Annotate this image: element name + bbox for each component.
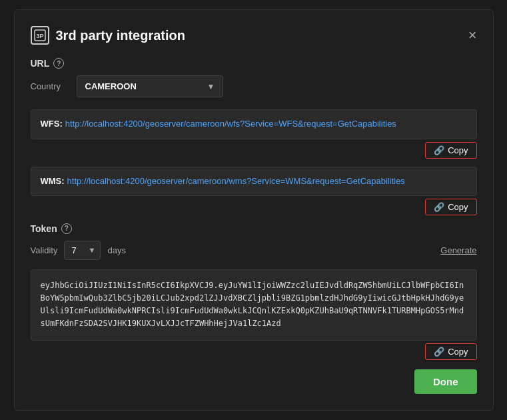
- wfs-copy-link-icon: 🔗: [434, 145, 444, 155]
- validity-label: Validity: [31, 245, 58, 255]
- url-help-icon[interactable]: ?: [53, 58, 64, 69]
- modal-overlay: 3P 3rd party integration × URL ? Country…: [0, 0, 507, 420]
- modal-container: 3P 3rd party integration × URL ? Country…: [14, 9, 494, 410]
- wfs-copy-label: Copy: [448, 145, 468, 155]
- country-select-wrapper: CAMEROON NIGERIA GHANA KENYA ▼: [77, 75, 223, 97]
- modal-footer: Done: [31, 369, 477, 394]
- wms-copy-button[interactable]: 🔗 Copy: [425, 199, 476, 215]
- wms-label: WMS:: [41, 176, 65, 186]
- validity-select[interactable]: 7 14 30 60 90: [64, 241, 101, 260]
- wfs-copy-button[interactable]: 🔗 Copy: [425, 142, 476, 159]
- wms-url-box: WMS:http://localhost:4200/geoserver/came…: [31, 167, 477, 196]
- token-box: eyJhbGciOiJIUzI1NiIsInR5cCI6IkpXVCJ9.eyJ…: [31, 269, 477, 341]
- wfs-copy-row: 🔗 Copy: [31, 142, 477, 159]
- token-copy-button[interactable]: 🔗 Copy: [425, 343, 476, 360]
- token-help-icon[interactable]: ?: [61, 223, 72, 234]
- wms-copy-row: 🔗 Copy: [31, 199, 477, 215]
- generate-button[interactable]: Generate: [440, 245, 476, 255]
- modal-icon: 3P: [31, 26, 49, 45]
- token-section: Token ? Validity 7 14 30 60 90 ▼ days Ge…: [31, 223, 477, 360]
- country-row: Country CAMEROON NIGERIA GHANA KENYA ▼: [31, 75, 477, 97]
- close-button[interactable]: ×: [468, 28, 477, 43]
- validity-row: Validity 7 14 30 60 90 ▼ days Generate: [31, 241, 477, 260]
- url-section-label: URL ?: [31, 58, 477, 69]
- wms-url: http://localhost:4200/geoserver/cameroon…: [67, 176, 405, 186]
- done-button[interactable]: Done: [414, 369, 477, 394]
- modal-title: 3rd party integration: [56, 28, 185, 43]
- title-group: 3P 3rd party integration: [31, 26, 185, 45]
- wms-copy-link-icon: 🔗: [434, 202, 444, 212]
- token-section-label: Token ?: [31, 223, 477, 234]
- svg-text:3P: 3P: [36, 33, 43, 39]
- modal-header: 3P 3rd party integration ×: [31, 26, 477, 45]
- country-select[interactable]: CAMEROON NIGERIA GHANA KENYA: [77, 75, 223, 97]
- wfs-url: http://localhost:4200/geoserver/cameroon…: [65, 119, 396, 129]
- wfs-url-box: WFS:http://localhost:4200/geoserver/came…: [31, 109, 477, 139]
- token-copy-row: 🔗 Copy: [31, 343, 477, 360]
- token-copy-label: Copy: [448, 347, 468, 357]
- token-copy-link-icon: 🔗: [434, 347, 444, 357]
- days-label: days: [107, 245, 125, 255]
- wms-copy-label: Copy: [448, 202, 468, 212]
- country-label: Country: [31, 81, 67, 91]
- validity-select-wrapper: 7 14 30 60 90 ▼: [64, 241, 101, 260]
- wfs-label: WFS:: [41, 119, 63, 129]
